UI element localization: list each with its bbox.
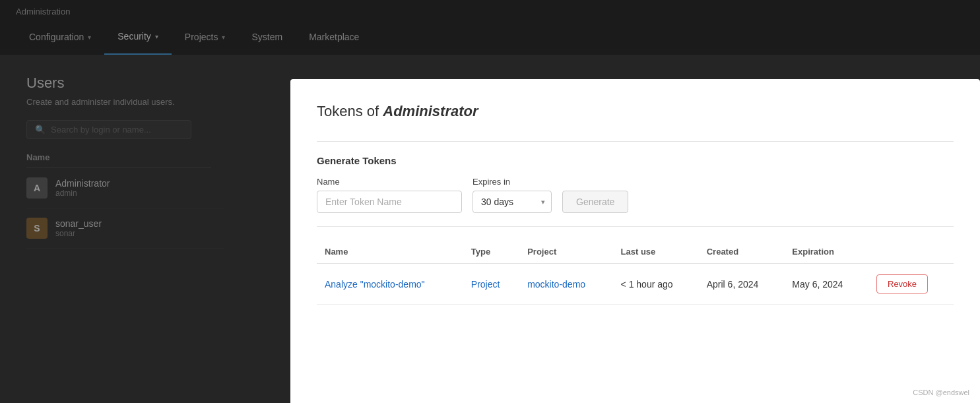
col-header-created: Created [699, 240, 785, 264]
name-form-group: Name [317, 177, 462, 213]
divider [317, 141, 954, 142]
token-created: April 6, 2024 [699, 264, 785, 305]
token-name-link[interactable]: Analyze "mockito-demo" [325, 279, 425, 290]
col-header-project: Project [519, 240, 612, 264]
tokens-table-body: Analyze "mockito-demo" Project mockito-d… [317, 264, 954, 305]
expires-label: Expires in [473, 177, 552, 187]
revoke-button[interactable]: Revoke [876, 274, 928, 294]
generate-section-title: Generate Tokens [317, 155, 954, 166]
modal-title: Tokens of Administrator [317, 103, 954, 120]
tokens-table-head: Name Type Project Last use Created Expir… [317, 240, 954, 264]
generate-form: Name Expires in 7 days 30 days 90 days N… [317, 177, 954, 213]
token-project-link[interactable]: mockito-demo [527, 279, 585, 290]
token-last-use: < 1 hour ago [613, 264, 699, 305]
expires-select-wrapper: 7 days 30 days 90 days No expiration ▾ [473, 191, 552, 213]
tokens-modal: Tokens of Administrator Generate Tokens … [290, 79, 980, 403]
col-header-actions [868, 240, 954, 264]
divider-2 [317, 226, 954, 227]
name-label: Name [317, 177, 462, 187]
token-name-input[interactable] [317, 191, 462, 213]
expires-select[interactable]: 7 days 30 days 90 days No expiration [473, 191, 552, 213]
table-row: Analyze "mockito-demo" Project mockito-d… [317, 264, 954, 305]
watermark: CSDN @endswel [913, 388, 969, 396]
col-header-name: Name [317, 240, 463, 264]
col-header-last-use: Last use [613, 240, 699, 264]
expires-form-group: Expires in 7 days 30 days 90 days No exp… [473, 177, 552, 213]
generate-button[interactable]: Generate [562, 191, 628, 213]
col-header-type: Type [463, 240, 519, 264]
tokens-table: Name Type Project Last use Created Expir… [317, 240, 954, 305]
col-header-expiration: Expiration [784, 240, 868, 264]
token-expiration: May 6, 2024 [784, 264, 868, 305]
token-type-link[interactable]: Project [471, 279, 500, 290]
